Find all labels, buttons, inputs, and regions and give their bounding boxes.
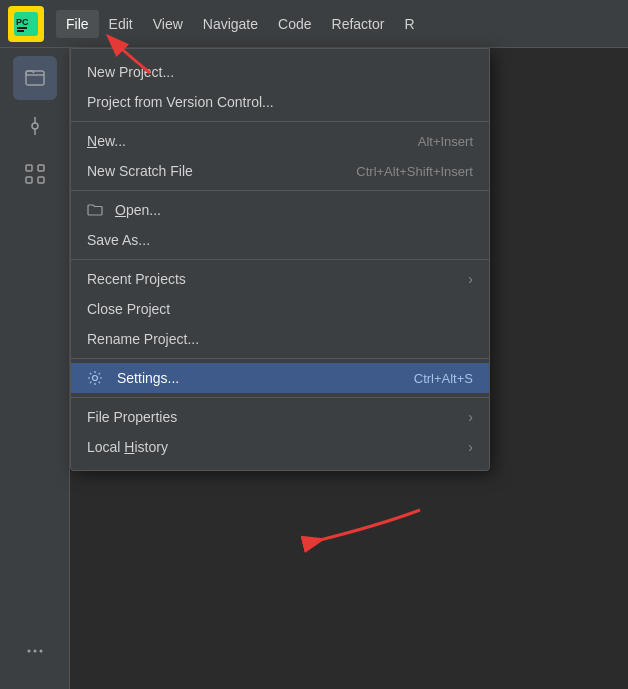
svg-rect-1 bbox=[17, 27, 27, 29]
settings-shortcut: Ctrl+Alt+S bbox=[414, 371, 473, 386]
dropdown-item-settings[interactable]: Settings... Ctrl+Alt+S bbox=[71, 363, 489, 393]
app-icon: PC bbox=[8, 6, 44, 42]
dropdown-item-recent-projects[interactable]: Recent Projects › bbox=[71, 264, 489, 294]
dropdown-item-save-as[interactable]: Save As... bbox=[71, 225, 489, 255]
dropdown-section-4: Recent Projects › Close Project Rename P… bbox=[71, 260, 489, 359]
sidebar-item-project[interactable] bbox=[13, 56, 57, 100]
new-scratch-shortcut: Ctrl+Alt+Shift+Insert bbox=[356, 164, 473, 179]
new-project-label: New Project... bbox=[87, 64, 174, 80]
project-vcs-label: Project from Version Control... bbox=[87, 94, 274, 110]
menu-edit[interactable]: Edit bbox=[99, 10, 143, 38]
svg-rect-9 bbox=[38, 165, 44, 171]
dropdown-item-new[interactable]: New... Alt+Insert bbox=[71, 126, 489, 156]
dropdown-section-2: New... Alt+Insert New Scratch File Ctrl+… bbox=[71, 122, 489, 191]
file-dropdown: New Project... Project from Version Cont… bbox=[70, 48, 490, 471]
close-project-label: Close Project bbox=[87, 301, 170, 317]
recent-projects-label: Recent Projects bbox=[87, 271, 186, 287]
dropdown-item-project-vcs[interactable]: Project from Version Control... bbox=[71, 87, 489, 117]
sidebar bbox=[0, 48, 70, 689]
dropdown-item-local-history[interactable]: Local History › bbox=[71, 432, 489, 462]
svg-rect-2 bbox=[17, 30, 24, 32]
dropdown-section-3: Open... Save As... bbox=[71, 191, 489, 260]
svg-point-5 bbox=[32, 123, 38, 129]
local-history-arrow: › bbox=[468, 439, 473, 455]
svg-rect-8 bbox=[26, 165, 32, 171]
dropdown-section-1: New Project... Project from Version Cont… bbox=[71, 53, 489, 122]
dropdown-item-new-scratch[interactable]: New Scratch File Ctrl+Alt+Shift+Insert bbox=[71, 156, 489, 186]
file-properties-arrow: › bbox=[468, 409, 473, 425]
file-properties-label: File Properties bbox=[87, 409, 177, 425]
recent-projects-arrow: › bbox=[468, 271, 473, 287]
settings-gear-icon bbox=[87, 370, 103, 386]
dropdown-section-5: Settings... Ctrl+Alt+S bbox=[71, 359, 489, 398]
dropdown-item-new-project[interactable]: New Project... bbox=[71, 57, 489, 87]
settings-label: Settings... bbox=[117, 370, 179, 386]
new-label: New... bbox=[87, 133, 126, 149]
save-as-label: Save As... bbox=[87, 232, 150, 248]
svg-point-12 bbox=[27, 650, 30, 653]
local-history-label: Local History bbox=[87, 439, 168, 455]
menu-view[interactable]: View bbox=[143, 10, 193, 38]
dropdown-item-file-properties[interactable]: File Properties › bbox=[71, 402, 489, 432]
menu-file[interactable]: File bbox=[56, 10, 99, 38]
arrow-to-settings bbox=[300, 490, 430, 560]
dropdown-item-open[interactable]: Open... bbox=[71, 195, 489, 225]
svg-rect-4 bbox=[26, 71, 44, 85]
menu-code[interactable]: Code bbox=[268, 10, 321, 38]
titlebar: PC File Edit View Navigate Code Refactor… bbox=[0, 0, 628, 48]
svg-rect-10 bbox=[26, 177, 32, 183]
svg-text:PC: PC bbox=[16, 17, 29, 27]
new-scratch-label: New Scratch File bbox=[87, 163, 193, 179]
open-label: Open... bbox=[115, 202, 161, 218]
menu-refactor[interactable]: Refactor bbox=[322, 10, 395, 38]
folder-icon bbox=[87, 202, 103, 218]
rename-project-label: Rename Project... bbox=[87, 331, 199, 347]
sidebar-item-more[interactable] bbox=[13, 629, 57, 673]
new-shortcut: Alt+Insert bbox=[418, 134, 473, 149]
svg-point-15 bbox=[93, 376, 98, 381]
svg-point-14 bbox=[39, 650, 42, 653]
menu-navigate[interactable]: Navigate bbox=[193, 10, 268, 38]
menu-bar: File Edit View Navigate Code Refactor R bbox=[56, 10, 425, 38]
sidebar-item-structure[interactable] bbox=[13, 152, 57, 196]
menu-r[interactable]: R bbox=[394, 10, 424, 38]
dropdown-item-rename-project[interactable]: Rename Project... bbox=[71, 324, 489, 354]
dropdown-item-close-project[interactable]: Close Project bbox=[71, 294, 489, 324]
dropdown-section-6: File Properties › Local History › bbox=[71, 398, 489, 466]
sidebar-item-commit[interactable] bbox=[13, 104, 57, 148]
svg-rect-11 bbox=[38, 177, 44, 183]
svg-point-13 bbox=[33, 650, 36, 653]
